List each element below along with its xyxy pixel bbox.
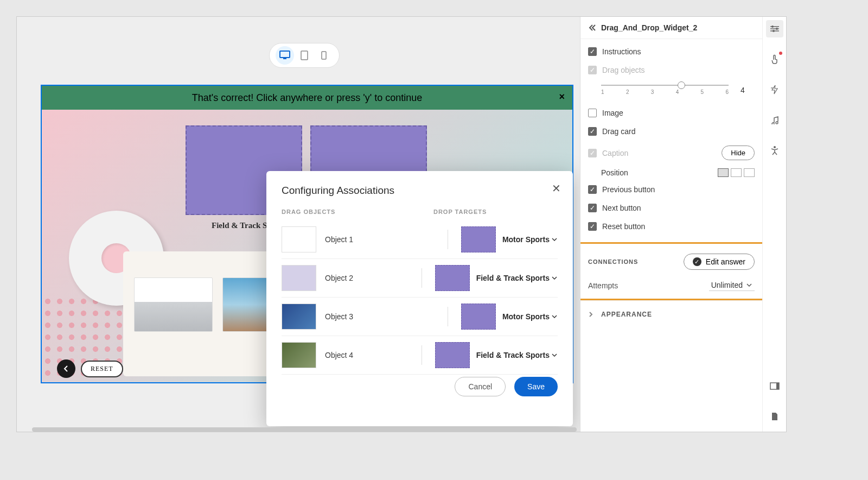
mobile-icon	[321, 51, 327, 60]
drag-objects-slider[interactable]: 123456 4	[588, 79, 755, 104]
checkbox-icon	[588, 47, 597, 56]
rail-audio-button[interactable]	[766, 111, 783, 129]
chevron-down-icon	[551, 352, 558, 358]
modal-close-button[interactable]: ✕	[552, 182, 561, 195]
target-swatch-2	[435, 265, 470, 291]
slider-line	[601, 85, 729, 86]
svg-point-6	[773, 30, 775, 32]
target-dropdown-4[interactable]: Field & Track Sports	[476, 351, 558, 359]
object-label: Object 3	[325, 312, 435, 321]
document-icon	[771, 412, 778, 421]
rail-panel-button[interactable]	[766, 377, 783, 395]
horizontal-scrollbar[interactable]	[32, 427, 577, 432]
object-thumbnail-2	[282, 265, 316, 291]
properties-sidebar: Drag_And_Drop_Widget_2 Instructions Drag…	[580, 17, 786, 432]
object-label: Object 4	[325, 351, 409, 359]
back-button[interactable]	[57, 359, 75, 378]
hide-button[interactable]: Hide	[722, 146, 755, 160]
object-label: Object 1	[325, 235, 435, 244]
checkbox-icon	[588, 222, 597, 231]
device-desktop-button[interactable]	[276, 46, 294, 65]
drag-card-row[interactable]: Drag card	[588, 122, 755, 141]
slider-ticks: 123456	[601, 89, 729, 95]
slider-track[interactable]: 123456	[601, 85, 729, 95]
association-row: Object 2 Field & Track Sports	[282, 259, 558, 298]
position-top-button[interactable]	[718, 168, 729, 177]
target-dropdown-1[interactable]: Motor Sports	[502, 235, 558, 244]
row-divider	[448, 230, 448, 249]
collapse-icon[interactable]	[588, 24, 597, 31]
svg-rect-9	[776, 383, 779, 389]
arrow-left-icon	[62, 365, 70, 372]
svg-rect-2	[301, 51, 308, 60]
feedback-close-button[interactable]: ×	[559, 91, 565, 103]
sidebar-body: Instructions Drag objects 123456 4 Image…	[580, 39, 762, 236]
image-row[interactable]: Image	[588, 104, 755, 122]
save-button[interactable]: Save	[514, 377, 558, 396]
header-drop-targets: DROP TARGETS	[433, 209, 558, 215]
next-button-row[interactable]: Next button	[588, 199, 755, 217]
chevron-down-icon	[746, 282, 752, 288]
reset-button[interactable]: RESET	[81, 361, 123, 377]
desktop-icon	[279, 50, 290, 60]
sidebar-header: Drag_And_Drop_Widget_2	[580, 17, 762, 39]
rail-settings-button[interactable]	[766, 20, 783, 37]
chevron-right-icon	[588, 311, 593, 318]
rail-accessibility-button[interactable]	[766, 142, 783, 159]
rail-animation-button[interactable]	[766, 81, 783, 98]
panel-right-icon	[770, 382, 780, 390]
checkbox-icon	[588, 204, 597, 212]
checkbox-icon	[588, 185, 597, 194]
reset-button-label: Reset button	[602, 222, 645, 231]
connections-section: CONNECTIONS Edit answer Attempts Unlimit…	[580, 242, 762, 300]
object-thumbnail-3	[282, 304, 316, 330]
next-button-label: Next button	[602, 204, 641, 212]
edit-answer-button[interactable]: Edit answer	[684, 254, 755, 270]
position-middle-button[interactable]	[731, 168, 742, 177]
device-tablet-button[interactable]	[295, 46, 314, 65]
connections-title: CONNECTIONS	[588, 258, 638, 265]
target-swatch-4	[435, 342, 470, 368]
attempts-dropdown[interactable]: Unlimited	[709, 280, 755, 291]
device-selector	[269, 43, 340, 68]
svg-point-7	[774, 146, 776, 148]
feedback-text: That's correct! Click anywhere or press …	[192, 92, 422, 104]
caption-label: Caption	[602, 149, 628, 157]
row-divider	[422, 345, 422, 365]
checkbox-icon	[588, 66, 597, 74]
chevron-down-icon	[551, 236, 558, 243]
target-dropdown-3[interactable]: Motor Sports	[502, 312, 558, 321]
target-dropdown-2[interactable]: Field & Track Sports	[476, 274, 558, 282]
music-note-icon	[770, 116, 779, 124]
app-frame: That's correct! Click anywhere or press …	[16, 16, 787, 432]
checkbox-icon	[588, 109, 597, 117]
sliders-icon	[770, 25, 780, 33]
slider-value: 4	[737, 86, 748, 94]
sidebar-bottom-rail	[762, 373, 786, 432]
feedback-banner: That's correct! Click anywhere or press …	[42, 86, 572, 110]
svg-rect-1	[283, 58, 286, 59]
image-label: Image	[602, 109, 623, 117]
previous-button-row[interactable]: Previous button	[588, 180, 755, 199]
svg-rect-0	[280, 51, 290, 58]
slider-thumb[interactable]	[678, 81, 685, 89]
modal-title: Configuring Associations	[282, 185, 558, 197]
cancel-button[interactable]: Cancel	[455, 377, 506, 396]
drag-item-1[interactable]	[134, 277, 213, 332]
notification-dot	[779, 52, 782, 55]
reset-button-row[interactable]: Reset button	[588, 217, 755, 236]
sidebar-title: Drag_And_Drop_Widget_2	[601, 23, 697, 32]
checkbox-icon	[588, 149, 597, 157]
svg-rect-3	[322, 52, 326, 59]
target-swatch-3	[461, 304, 496, 330]
rail-document-button[interactable]	[766, 408, 783, 425]
object-thumbnail-1	[282, 226, 316, 252]
position-bottom-button[interactable]	[744, 168, 755, 177]
position-label: Position	[601, 168, 628, 177]
appearance-section[interactable]: APPEARANCE	[580, 300, 762, 328]
target-swatch-1	[461, 226, 496, 252]
instructions-label: Instructions	[602, 47, 641, 56]
rail-interactions-button[interactable]	[766, 50, 783, 68]
instructions-row[interactable]: Instructions	[588, 42, 755, 61]
device-mobile-button[interactable]	[315, 46, 333, 65]
